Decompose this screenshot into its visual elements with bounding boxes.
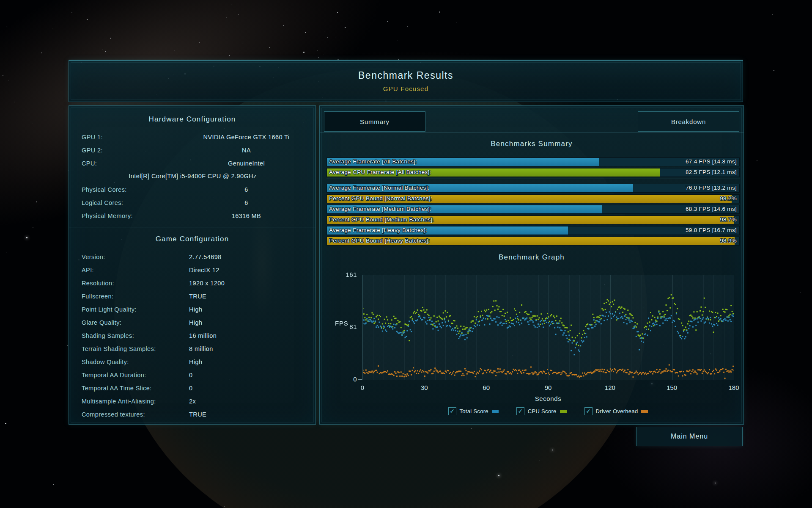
results-panel: Summary Breakdown Benchmarks Summary Ave…	[319, 105, 744, 425]
config-label: GPU 1:	[82, 134, 189, 141]
star	[29, 174, 29, 175]
config-label: Resolution:	[82, 280, 189, 287]
summary-bar-list: Average Framerate [All Batches]:67.4 FPS…	[326, 157, 740, 247]
config-row: Terrain Shading Samples:8 million	[82, 342, 304, 355]
star	[242, 44, 242, 44]
y-tick-mark	[358, 379, 362, 380]
tab-breakdown[interactable]: Breakdown	[638, 111, 739, 132]
config-label: CPU:	[82, 160, 189, 167]
summary-bar-row: Average Framerate [Normal Batches]:76.0 …	[326, 184, 740, 193]
summary-bar-label: Average CPU Framerate [All Batches]:	[329, 169, 431, 175]
title-panel: Benchmark Results GPU Focused	[69, 60, 743, 102]
legend-item[interactable]: ✓Driver Overhead	[584, 407, 648, 415]
summary-bar-label: Percent GPU Bound [Normal Batches]:	[329, 195, 432, 202]
star	[377, 27, 377, 27]
config-row: API:DirectX 12	[82, 263, 304, 276]
summary-bar-row: Average Framerate [Heavy Batches]:59.8 F…	[326, 226, 740, 235]
config-row: Resolution:812 x 508	[82, 276, 304, 290]
legend-checkbox[interactable]: ✓	[448, 407, 456, 415]
star	[226, 17, 227, 18]
x-axis-title: Seconds	[362, 395, 734, 402]
x-tick-label: 60	[474, 384, 499, 391]
summary-bar-value: 98.7%	[720, 216, 737, 223]
config-value: TRUE	[189, 411, 304, 418]
summary-bar-label: Percent GPU Bound [Medium Batches]:	[329, 216, 434, 223]
legend-swatch	[492, 410, 499, 413]
benchmark-scatter-canvas	[363, 275, 734, 380]
config-label: Version:	[82, 254, 189, 260]
config-value: NVIDIA GeForce GTX 1660 Ti	[189, 134, 304, 141]
game-config-section: Game Configuration Version:2.77.54698API…	[69, 227, 315, 425]
summary-bar-value: 59.8 FPS [16.7 ms]	[686, 227, 737, 233]
x-tick-label: 120	[597, 384, 623, 391]
summary-bar-value: 98.9%	[720, 237, 737, 244]
config-value: 812 x 508	[189, 280, 304, 287]
hardware-config-rows: GPU 1:NVIDIA GeForce GTX 1660 TiGPU 2:NA…	[82, 130, 304, 222]
star	[41, 52, 42, 53]
config-label: Logical Cores:	[82, 199, 189, 206]
star	[5, 423, 6, 424]
game-config-heading: Game Configuration	[69, 235, 315, 243]
y-axis-label: FPS	[335, 320, 348, 327]
star	[36, 202, 37, 202]
star	[345, 27, 346, 28]
legend-swatch	[641, 410, 648, 413]
config-label: Temporal AA Duration:	[82, 372, 189, 378]
legend-checkbox[interactable]: ✓	[516, 407, 524, 415]
star	[387, 21, 388, 22]
main-menu-button[interactable]: Main Menu	[636, 427, 743, 446]
star	[71, 12, 72, 13]
config-label: Physical Cores:	[82, 186, 189, 193]
star	[772, 14, 773, 15]
config-label: Shading Samples:	[82, 332, 189, 339]
star	[337, 12, 338, 13]
bright-star	[26, 237, 27, 238]
config-row: GPU 1:NVIDIA GeForce GTX 1660 Ti	[82, 130, 304, 144]
config-value: DirectX 12	[189, 267, 304, 273]
y-tick-label: 161	[332, 271, 357, 278]
summary-bar-row: Average Framerate [Medium Batches]:68.3 …	[326, 205, 740, 214]
summary-bar-label: Average Framerate [Normal Batches]:	[329, 185, 430, 191]
benchmarks-summary-heading: Benchmarks Summary	[320, 140, 743, 148]
star	[324, 31, 324, 31]
config-label: Point Light Quality:	[82, 306, 189, 313]
config-value: High	[189, 359, 304, 365]
star	[105, 51, 106, 52]
config-label: Terrain Shading Samples:	[82, 345, 189, 352]
config-value: 2.77.54698	[189, 254, 304, 260]
config-label: Compressed textures:	[82, 411, 189, 418]
config-value: 2x	[189, 398, 304, 405]
hardware-config-heading: Hardware Configuration	[69, 115, 315, 124]
config-row: Version:2.77.54698	[82, 250, 304, 263]
summary-bar-label: Average Framerate [Medium Batches]:	[329, 206, 431, 212]
config-value: 8 million	[189, 345, 304, 352]
summary-bar-value: 82.5 FPS [12.1 ms]	[686, 169, 737, 175]
star	[108, 36, 108, 37]
config-row: Shading Samples:16 million	[82, 329, 304, 342]
summary-bar-row: Percent GPU Bound [Normal Batches]:98.2%	[326, 194, 740, 203]
legend-swatch	[560, 410, 567, 413]
config-row: CPU:GenuineIntel	[82, 157, 304, 170]
config-row: Logical Cores:6	[82, 196, 304, 209]
config-value: 16 million	[189, 332, 304, 339]
summary-bar-row: Percent GPU Bound [Heavy Batches]:98.9%	[326, 237, 740, 246]
bright-star	[715, 483, 716, 483]
config-label: Fullscreen:	[82, 293, 189, 300]
star	[407, 26, 408, 27]
config-row: Point Light Quality:High	[82, 303, 304, 316]
benchmark-graph-heading: Benchmark Graph	[320, 253, 743, 262]
tab-summary[interactable]: Summary	[324, 111, 425, 132]
star	[303, 52, 304, 53]
config-value: 6	[189, 186, 304, 193]
bright-star	[498, 475, 499, 476]
config-label: Glare Quality:	[82, 319, 189, 326]
legend-item[interactable]: ✓Total Score	[448, 407, 499, 415]
y-tick-mark	[358, 275, 362, 275]
config-label: Temporal AA Time Slice:	[82, 385, 189, 392]
legend-checkbox[interactable]: ✓	[584, 407, 593, 415]
config-row: Fullscreen:TRUE	[82, 290, 304, 303]
star	[239, 14, 239, 15]
x-tick-label: 150	[659, 384, 685, 391]
config-value: 16316 MB	[189, 213, 304, 219]
legend-item[interactable]: ✓CPU Score	[516, 407, 567, 415]
